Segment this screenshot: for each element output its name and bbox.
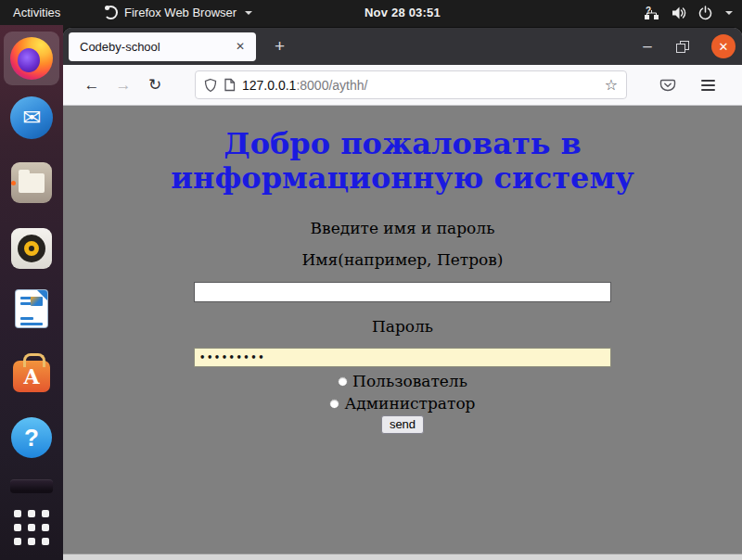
app-menu[interactable]: Firefox Web Browser: [104, 0, 252, 25]
url-text: 127.0.0.1:8000/aythh/: [242, 78, 367, 93]
status-caret-icon: [725, 11, 733, 15]
volume-icon[interactable]: [671, 6, 687, 20]
ubuntu-software-icon: A: [13, 361, 50, 392]
restore-button[interactable]: [676, 41, 689, 53]
window-thumbnail-icon: [10, 479, 53, 493]
window-controls: – ✕: [641, 28, 736, 65]
dock-item-libreoffice-writer[interactable]: [9, 286, 54, 331]
new-tab-button[interactable]: +: [269, 36, 290, 57]
window-close-button[interactable]: ✕: [711, 34, 736, 58]
page-info-icon[interactable]: [224, 78, 236, 92]
window-bottom-edge: [63, 554, 742, 560]
dock-item-firefox[interactable]: [9, 36, 54, 81]
dock-item-help[interactable]: ?: [9, 415, 54, 460]
send-button[interactable]: send: [381, 415, 424, 434]
dock-item-files[interactable]: [9, 160, 54, 205]
web-page-content: Добро пожаловать в информационную систем…: [63, 107, 742, 554]
intro-text: Введите имя и пароль: [311, 219, 495, 237]
firefox-mono-icon: [104, 6, 118, 19]
bookmark-star-icon[interactable]: ☆: [605, 76, 618, 94]
radio-user[interactable]: Пользователь: [338, 372, 467, 390]
shield-icon[interactable]: [204, 78, 217, 93]
page-title: Добро пожаловать в информационную систем…: [115, 127, 690, 196]
activities-button[interactable]: Activities: [13, 0, 60, 25]
clock[interactable]: Nov 28 03:51: [365, 0, 441, 25]
radio-admin[interactable]: Администратор: [329, 394, 475, 413]
app-grid-icon: [14, 510, 49, 545]
dock-item-window-thumbnail[interactable]: [9, 477, 54, 495]
password-input[interactable]: [194, 348, 611, 367]
radio-user-circle[interactable]: [338, 376, 348, 387]
url-path: :8000/aythh/: [296, 78, 367, 93]
tab-bar: Codeby-school ✕ + – ✕: [63, 28, 742, 65]
power-icon[interactable]: [697, 6, 713, 20]
firefox-window: Codeby-school ✕ + – ✕ ← → ↻ 127.0.0.1:80…: [63, 28, 742, 560]
libreoffice-writer-icon: [16, 290, 47, 327]
dock-item-ubuntu-software[interactable]: A: [9, 350, 54, 395]
dock-item-thunderbird[interactable]: ✉: [9, 95, 54, 140]
back-button[interactable]: ←: [80, 76, 104, 95]
name-label: Имя(например, Петров): [302, 250, 504, 269]
files-running-dot: [11, 181, 16, 185]
hamburger-menu-icon[interactable]: [697, 76, 719, 95]
network-offline-icon[interactable]: ?: [644, 6, 660, 20]
radio-admin-label: Администратор: [344, 394, 475, 413]
rhythmbox-icon: [11, 228, 52, 269]
forward-button[interactable]: →: [111, 76, 135, 95]
url-bar[interactable]: 127.0.0.1:8000/aythh/ ☆: [195, 70, 627, 99]
navigation-toolbar: ← → ↻ 127.0.0.1:8000/aythh/ ☆: [63, 65, 742, 106]
tab-codeby-school[interactable]: Codeby-school ✕: [69, 32, 256, 61]
ubuntu-dock: ✉ A ?: [0, 25, 63, 560]
svg-text:?: ?: [646, 6, 651, 16]
password-label: Пароль: [372, 317, 433, 336]
gnome-top-bar: Activities Firefox Web Browser Nov 28 03…: [0, 0, 742, 25]
radio-user-label: Пользователь: [352, 372, 467, 390]
name-input[interactable]: [194, 282, 611, 302]
pocket-icon[interactable]: [659, 76, 677, 95]
firefox-icon: [10, 37, 53, 80]
caret-down-icon: [245, 11, 252, 15]
files-icon: [11, 162, 52, 203]
reload-button[interactable]: ↻: [143, 75, 167, 95]
show-applications-button[interactable]: [9, 505, 54, 550]
dock-item-rhythmbox[interactable]: [9, 226, 54, 271]
radio-admin-circle[interactable]: [329, 399, 339, 409]
minimize-button[interactable]: –: [641, 42, 654, 51]
system-status-area[interactable]: ?: [644, 0, 733, 25]
tab-close-icon[interactable]: ✕: [232, 38, 249, 55]
thunderbird-icon: ✉: [10, 96, 53, 139]
app-menu-label: Firefox Web Browser: [124, 6, 237, 19]
url-host: 127.0.0.1: [242, 78, 296, 93]
tab-title: Codeby-school: [80, 40, 232, 54]
help-icon: ?: [11, 417, 52, 458]
